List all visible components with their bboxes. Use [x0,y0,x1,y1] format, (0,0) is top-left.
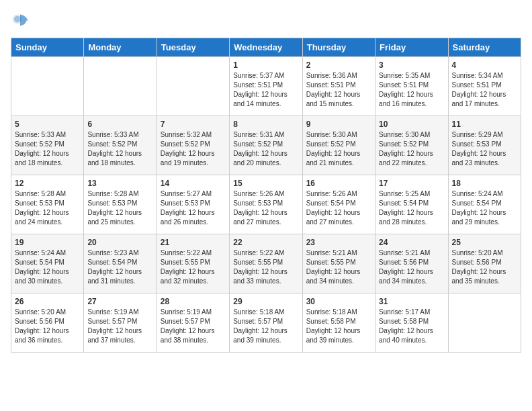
day-number: 13 [87,179,152,188]
calendar-cell [84,57,157,116]
day-info: Sunrise: 5:18 AM Sunset: 5:57 PM Dayligh… [233,308,298,345]
day-number: 23 [306,238,371,247]
calendar-cell: 21Sunrise: 5:22 AM Sunset: 5:55 PM Dayli… [157,234,229,293]
calendar-week-row: 5Sunrise: 5:33 AM Sunset: 5:52 PM Daylig… [11,116,521,175]
calendar-week-row: 12Sunrise: 5:28 AM Sunset: 5:53 PM Dayli… [11,175,521,234]
day-info: Sunrise: 5:37 AM Sunset: 5:51 PM Dayligh… [233,71,298,109]
day-info: Sunrise: 5:33 AM Sunset: 5:52 PM Dayligh… [87,130,152,168]
weekday-header: Saturday [448,38,521,57]
day-info: Sunrise: 5:21 AM Sunset: 5:56 PM Dayligh… [379,248,444,286]
day-number: 15 [233,179,298,188]
day-info: Sunrise: 5:35 AM Sunset: 5:51 PM Dayligh… [379,71,444,109]
calendar-cell: 18Sunrise: 5:24 AM Sunset: 5:54 PM Dayli… [448,175,521,234]
day-info: Sunrise: 5:26 AM Sunset: 5:54 PM Dayligh… [306,189,371,227]
day-info: Sunrise: 5:30 AM Sunset: 5:52 PM Dayligh… [379,130,444,168]
day-number: 5 [15,120,80,129]
day-info: Sunrise: 5:22 AM Sunset: 5:55 PM Dayligh… [233,248,298,286]
calendar-cell: 28Sunrise: 5:19 AM Sunset: 5:57 PM Dayli… [157,293,229,353]
day-info: Sunrise: 5:18 AM Sunset: 5:58 PM Dayligh… [306,308,371,345]
day-number: 2 [306,60,371,70]
day-number: 29 [233,297,298,306]
day-number: 8 [233,120,298,129]
calendar-cell: 9Sunrise: 5:30 AM Sunset: 5:52 PM Daylig… [302,116,375,175]
day-number: 12 [15,179,80,188]
day-number: 10 [379,120,444,129]
day-number: 26 [15,297,80,306]
calendar-cell: 20Sunrise: 5:23 AM Sunset: 5:54 PM Dayli… [84,234,157,293]
weekday-header: Thursday [302,38,375,57]
calendar-cell: 29Sunrise: 5:18 AM Sunset: 5:57 PM Dayli… [230,293,302,353]
day-number: 30 [306,297,371,306]
calendar-cell: 24Sunrise: 5:21 AM Sunset: 5:56 PM Dayli… [375,234,448,293]
calendar-cell: 23Sunrise: 5:21 AM Sunset: 5:55 PM Dayli… [302,234,375,293]
day-number: 20 [87,238,152,247]
weekday-header-row: SundayMondayTuesdayWednesdayThursdayFrid… [11,38,521,57]
calendar-cell: 16Sunrise: 5:26 AM Sunset: 5:54 PM Dayli… [302,175,375,234]
calendar-cell: 22Sunrise: 5:22 AM Sunset: 5:55 PM Dayli… [230,234,302,293]
day-info: Sunrise: 5:19 AM Sunset: 5:57 PM Dayligh… [87,308,152,345]
day-info: Sunrise: 5:22 AM Sunset: 5:55 PM Dayligh… [161,248,226,286]
calendar-cell: 5Sunrise: 5:33 AM Sunset: 5:52 PM Daylig… [11,116,84,175]
calendar-cell: 1Sunrise: 5:37 AM Sunset: 5:51 PM Daylig… [230,57,302,116]
day-number: 11 [452,120,517,129]
calendar-cell: 2Sunrise: 5:36 AM Sunset: 5:51 PM Daylig… [302,57,375,116]
day-info: Sunrise: 5:17 AM Sunset: 5:58 PM Dayligh… [379,308,444,345]
day-number: 24 [379,238,444,247]
calendar-cell [11,57,84,116]
calendar-cell: 11Sunrise: 5:29 AM Sunset: 5:53 PM Dayli… [448,116,521,175]
day-number: 14 [161,179,226,188]
calendar-week-row: 19Sunrise: 5:24 AM Sunset: 5:54 PM Dayli… [11,234,521,293]
day-number: 16 [306,179,371,188]
calendar-cell: 27Sunrise: 5:19 AM Sunset: 5:57 PM Dayli… [84,293,157,353]
day-info: Sunrise: 5:20 AM Sunset: 5:56 PM Dayligh… [15,308,80,345]
calendar-table: SundayMondayTuesdayWednesdayThursdayFrid… [11,38,521,353]
day-info: Sunrise: 5:32 AM Sunset: 5:52 PM Dayligh… [161,130,226,168]
weekday-header: Wednesday [230,38,302,57]
calendar-cell: 19Sunrise: 5:24 AM Sunset: 5:54 PM Dayli… [11,234,84,293]
day-info: Sunrise: 5:21 AM Sunset: 5:55 PM Dayligh… [306,248,371,286]
day-info: Sunrise: 5:28 AM Sunset: 5:53 PM Dayligh… [15,189,80,227]
weekday-header: Monday [84,38,157,57]
calendar-cell: 8Sunrise: 5:31 AM Sunset: 5:52 PM Daylig… [230,116,302,175]
day-number: 21 [161,238,226,247]
day-number: 3 [379,60,444,70]
day-number: 28 [161,297,226,306]
day-info: Sunrise: 5:24 AM Sunset: 5:54 PM Dayligh… [15,248,80,286]
day-number: 27 [87,297,152,306]
day-number: 22 [233,238,298,247]
day-info: Sunrise: 5:25 AM Sunset: 5:54 PM Dayligh… [379,189,444,227]
day-number: 1 [233,60,298,70]
day-number: 18 [452,179,517,188]
svg-point-1 [14,16,21,23]
calendar-cell: 12Sunrise: 5:28 AM Sunset: 5:53 PM Dayli… [11,175,84,234]
calendar-cell: 7Sunrise: 5:32 AM Sunset: 5:52 PM Daylig… [157,116,229,175]
weekday-header: Sunday [11,38,84,57]
page-header [11,11,521,30]
day-info: Sunrise: 5:26 AM Sunset: 5:53 PM Dayligh… [233,189,298,227]
calendar-cell: 31Sunrise: 5:17 AM Sunset: 5:58 PM Dayli… [375,293,448,353]
day-info: Sunrise: 5:28 AM Sunset: 5:53 PM Dayligh… [87,189,152,227]
calendar-cell: 4Sunrise: 5:34 AM Sunset: 5:51 PM Daylig… [448,57,521,116]
day-info: Sunrise: 5:27 AM Sunset: 5:53 PM Dayligh… [161,189,226,227]
day-info: Sunrise: 5:24 AM Sunset: 5:54 PM Dayligh… [452,189,517,227]
day-number: 17 [379,179,444,188]
day-number: 4 [452,60,517,70]
calendar-cell: 25Sunrise: 5:20 AM Sunset: 5:56 PM Dayli… [448,234,521,293]
calendar-cell: 13Sunrise: 5:28 AM Sunset: 5:53 PM Dayli… [84,175,157,234]
calendar-week-row: 26Sunrise: 5:20 AM Sunset: 5:56 PM Dayli… [11,293,521,353]
logo [11,11,32,30]
calendar-cell: 15Sunrise: 5:26 AM Sunset: 5:53 PM Dayli… [230,175,302,234]
calendar-cell [448,293,521,353]
day-info: Sunrise: 5:20 AM Sunset: 5:56 PM Dayligh… [452,248,517,286]
calendar-cell: 3Sunrise: 5:35 AM Sunset: 5:51 PM Daylig… [375,57,448,116]
calendar-cell: 10Sunrise: 5:30 AM Sunset: 5:52 PM Dayli… [375,116,448,175]
calendar-cell: 26Sunrise: 5:20 AM Sunset: 5:56 PM Dayli… [11,293,84,353]
day-info: Sunrise: 5:29 AM Sunset: 5:53 PM Dayligh… [452,130,517,168]
calendar-week-row: 1Sunrise: 5:37 AM Sunset: 5:51 PM Daylig… [11,57,521,116]
day-number: 25 [452,238,517,247]
day-number: 6 [87,120,152,129]
weekday-header: Friday [375,38,448,57]
calendar-cell: 17Sunrise: 5:25 AM Sunset: 5:54 PM Dayli… [375,175,448,234]
day-number: 9 [306,120,371,129]
calendar-cell: 14Sunrise: 5:27 AM Sunset: 5:53 PM Dayli… [157,175,229,234]
